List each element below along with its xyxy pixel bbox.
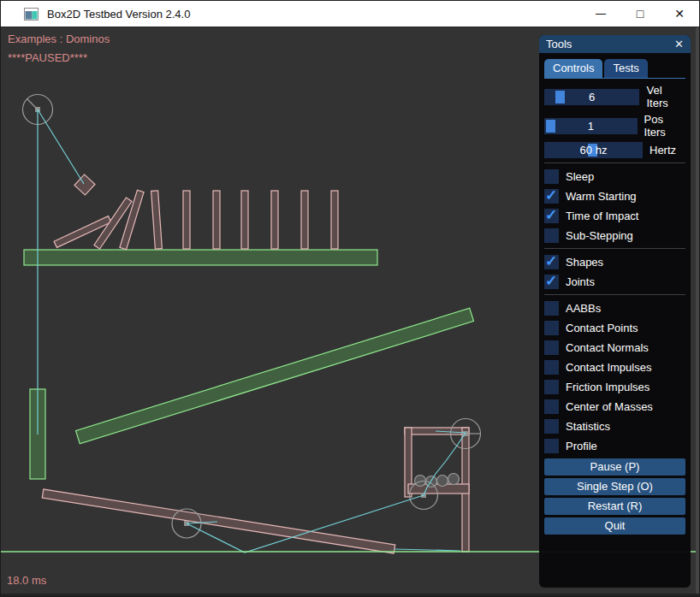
window-bottom-edge	[1, 594, 700, 597]
ground-rope	[394, 549, 460, 551]
checkbox-label: Contact Normals	[566, 341, 649, 354]
window-resize-edge	[696, 27, 700, 594]
checkbox-center-of-masses[interactable]	[544, 399, 559, 414]
checkbox-label: Shapes	[566, 256, 603, 269]
checkbox-label: Statistics	[566, 420, 610, 433]
tab-bar: ControlsTests	[544, 59, 685, 79]
tab-controls[interactable]: Controls	[544, 59, 602, 78]
checkbox-sleep[interactable]	[544, 169, 559, 184]
slider-vel-iters[interactable]: 6	[544, 89, 639, 105]
checkbox-row: ✓Shapes	[544, 255, 685, 269]
close-icon[interactable]: ✕	[674, 38, 684, 50]
checkbox-row: Sub-Stepping	[544, 228, 685, 243]
pause-p-button[interactable]: Pause (P)	[544, 458, 685, 476]
button-list: Pause (P)Single Step (O)Restart (R)Quit	[544, 458, 685, 535]
slider-hertz[interactable]: 60 hz	[544, 142, 643, 158]
checkbox-row: AABBs	[544, 301, 685, 316]
checkbox-label: Contact Impulses	[566, 361, 651, 374]
slider-label: Pos Iters	[644, 113, 685, 139]
title-bar: Box2D Testbed Version 2.4.0 —□✕	[1, 1, 699, 27]
checkbox-joints[interactable]: ✓	[544, 275, 559, 289]
maximize-icon: □	[637, 7, 644, 21]
domino-standing[interactable]	[241, 191, 248, 249]
checkbox-aabbs[interactable]	[544, 301, 559, 316]
checkbox-time-of-impact[interactable]: ✓	[544, 209, 559, 223]
checkbox-label: Warm Starting	[566, 190, 637, 203]
frame-time: 18.0 ms	[7, 574, 46, 587]
domino-standing[interactable]	[151, 191, 163, 249]
ball[interactable]	[437, 476, 448, 487]
domino-platform	[24, 250, 377, 265]
checkbox-row: ✓Time of Impact	[544, 209, 685, 223]
slider-row: 60 hzHertz	[544, 142, 685, 158]
checkbox-row: Center of Masses	[544, 399, 685, 414]
maximize-button[interactable]: □	[620, 1, 660, 27]
checkbox-warm-starting[interactable]: ✓	[544, 189, 559, 204]
slider-row: 1Pos Iters	[544, 113, 685, 139]
single-step-o-button[interactable]: Single Step (O)	[544, 478, 685, 495]
restart-r-button[interactable]: Restart (R)	[544, 498, 685, 515]
slider-pos-iters[interactable]: 1	[544, 118, 638, 134]
checkbox-label: Sub-Stepping	[566, 229, 633, 242]
checkbox-label: Profile	[566, 440, 597, 452]
checkbox-row: Contact Impulses	[544, 360, 685, 375]
checkbox-statistics[interactable]	[544, 419, 559, 434]
minimize-icon: —	[596, 8, 606, 20]
quit-button[interactable]: Quit	[544, 517, 685, 535]
slider-list: 6Vel Iters1Pos Iters60 hzHertz	[544, 84, 685, 158]
checkbox-shapes[interactable]: ✓	[544, 255, 559, 269]
checkbox-row: Sleep	[544, 169, 685, 184]
checkbox-row: Friction Impulses	[544, 380, 685, 394]
checkbox-sub-stepping[interactable]	[544, 228, 559, 243]
window-title: Box2D Testbed Version 2.4.0	[47, 8, 190, 21]
tab-tests[interactable]: Tests	[604, 59, 647, 78]
checkbox-row: ✓Warm Starting	[544, 189, 685, 204]
tools-panel-content: 6Vel Iters1Pos Iters60 hzHertz Sleep✓War…	[539, 79, 691, 535]
circle-radius-line	[27, 99, 39, 110]
domino-standing[interactable]	[301, 191, 308, 249]
checkbox-label: Sleep	[566, 170, 594, 183]
app-window: Box2D Testbed Version 2.4.0 —□✕ Examples…	[0, 0, 700, 597]
checkbox-contact-points[interactable]	[544, 321, 559, 335]
checkbox-label: Time of Impact	[566, 210, 638, 222]
domino-standing[interactable]	[331, 191, 338, 249]
window-controls: —□✕	[581, 1, 699, 27]
domino-standing[interactable]	[213, 191, 220, 249]
paused-status: ****PAUSED****	[8, 51, 87, 64]
checkbox-row: Contact Normals	[544, 340, 685, 355]
check-icon: ✓	[545, 272, 557, 290]
tools-panel: Tools ✕ ControlsTests 6Vel Iters1Pos Ite…	[539, 35, 691, 588]
domino-fallen[interactable]	[120, 190, 144, 249]
checkbox-contact-impulses[interactable]	[544, 360, 559, 375]
slider-value: 6	[544, 89, 639, 105]
checkbox-row: Statistics	[544, 419, 685, 434]
check-icon: ✓	[545, 186, 557, 204]
checkbox-label: Contact Points	[566, 322, 638, 334]
slider-label: Vel Iters	[646, 84, 685, 109]
domino-standing[interactable]	[183, 191, 190, 249]
domino-standing[interactable]	[271, 191, 278, 249]
check-icon: ✓	[545, 206, 557, 224]
pendulum-rope	[38, 109, 84, 184]
tools-panel-header[interactable]: Tools ✕	[539, 35, 691, 53]
close-icon: ✕	[674, 7, 685, 21]
checkbox-row: Profile	[544, 439, 685, 453]
tools-panel-title: Tools	[546, 38, 572, 50]
separator	[544, 294, 685, 295]
checkbox-contact-normals[interactable]	[544, 340, 559, 355]
check-icon: ✓	[545, 252, 557, 270]
checkbox-profile[interactable]	[544, 439, 559, 453]
close-button[interactable]: ✕	[660, 1, 699, 27]
slider-value: 1	[544, 118, 638, 134]
checkbox-label: Joints	[566, 275, 595, 288]
pendulum-box[interactable]	[74, 174, 95, 195]
checkbox-friction-impulses[interactable]	[544, 380, 559, 394]
minimize-button[interactable]: —	[581, 1, 620, 27]
slider-label: Hertz	[650, 144, 676, 157]
checkbox-row: ✓Joints	[544, 275, 685, 289]
checkbox-list: Sleep✓Warm Starting✓Time of ImpactSub-St…	[544, 163, 685, 453]
ball[interactable]	[448, 474, 460, 485]
separator	[544, 163, 685, 163]
example-label: Examples : Dominos	[8, 33, 110, 45]
checkbox-label: Friction Impulses	[566, 381, 650, 393]
